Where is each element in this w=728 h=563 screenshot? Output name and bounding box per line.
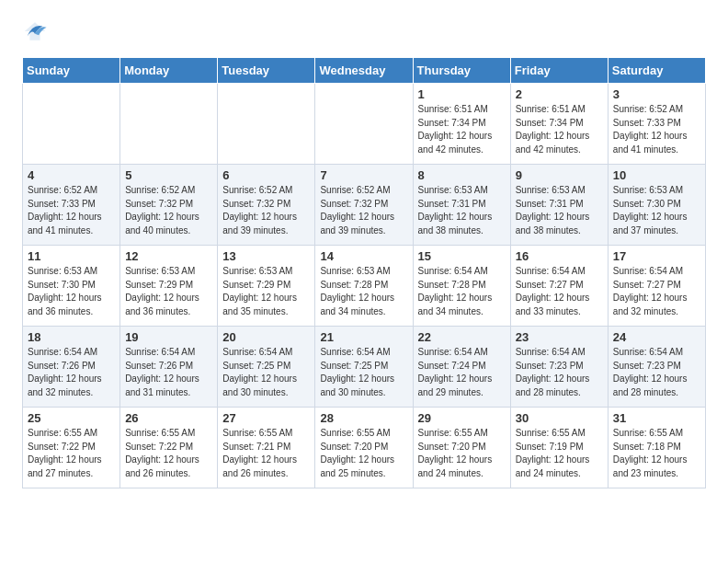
calendar-cell: 25Sunrise: 6:55 AM Sunset: 7:22 PM Dayli… bbox=[23, 408, 120, 488]
calendar-cell: 19Sunrise: 6:54 AM Sunset: 7:26 PM Dayli… bbox=[120, 327, 218, 408]
calendar-cell: 8Sunrise: 6:53 AM Sunset: 7:31 PM Daylig… bbox=[413, 165, 510, 246]
cell-info: Sunrise: 6:54 AM Sunset: 7:23 PM Dayligh… bbox=[516, 346, 603, 399]
calendar-cell: 26Sunrise: 6:55 AM Sunset: 7:22 PM Dayli… bbox=[120, 408, 218, 488]
cell-info: Sunrise: 6:55 AM Sunset: 7:22 PM Dayligh… bbox=[125, 427, 212, 480]
day-number: 17 bbox=[613, 249, 700, 263]
day-number: 11 bbox=[28, 249, 115, 263]
calendar-week-row: 4Sunrise: 6:52 AM Sunset: 7:33 PM Daylig… bbox=[23, 165, 706, 246]
calendar-cell: 3Sunrise: 6:52 AM Sunset: 7:33 PM Daylig… bbox=[608, 84, 705, 165]
calendar-header-row: SundayMondayTuesdayWednesdayThursdayFrid… bbox=[23, 58, 706, 84]
logo-icon bbox=[22, 18, 48, 44]
day-number: 13 bbox=[222, 249, 310, 263]
cell-info: Sunrise: 6:54 AM Sunset: 7:26 PM Dayligh… bbox=[125, 346, 212, 399]
cell-info: Sunrise: 6:53 AM Sunset: 7:29 PM Dayligh… bbox=[125, 265, 212, 318]
calendar-cell bbox=[218, 84, 315, 165]
calendar-cell: 31Sunrise: 6:55 AM Sunset: 7:18 PM Dayli… bbox=[608, 408, 705, 488]
cell-info: Sunrise: 6:55 AM Sunset: 7:18 PM Dayligh… bbox=[613, 427, 700, 480]
cell-info: Sunrise: 6:55 AM Sunset: 7:19 PM Dayligh… bbox=[516, 427, 603, 480]
calendar-cell: 29Sunrise: 6:55 AM Sunset: 7:20 PM Dayli… bbox=[413, 408, 510, 488]
calendar-cell: 18Sunrise: 6:54 AM Sunset: 7:26 PM Dayli… bbox=[23, 327, 120, 408]
day-number: 4 bbox=[28, 168, 115, 182]
calendar-week-row: 18Sunrise: 6:54 AM Sunset: 7:26 PM Dayli… bbox=[23, 327, 706, 408]
calendar-cell: 15Sunrise: 6:54 AM Sunset: 7:28 PM Dayli… bbox=[413, 246, 510, 327]
col-header-monday: Monday bbox=[120, 58, 218, 84]
cell-info: Sunrise: 6:52 AM Sunset: 7:33 PM Dayligh… bbox=[28, 184, 115, 237]
cell-info: Sunrise: 6:52 AM Sunset: 7:32 PM Dayligh… bbox=[222, 184, 310, 237]
cell-info: Sunrise: 6:54 AM Sunset: 7:28 PM Dayligh… bbox=[418, 265, 506, 318]
calendar-cell: 12Sunrise: 6:53 AM Sunset: 7:29 PM Dayli… bbox=[120, 246, 218, 327]
col-header-tuesday: Tuesday bbox=[218, 58, 315, 84]
cell-info: Sunrise: 6:53 AM Sunset: 7:29 PM Dayligh… bbox=[222, 265, 310, 318]
calendar-cell: 27Sunrise: 6:55 AM Sunset: 7:21 PM Dayli… bbox=[218, 408, 315, 488]
cell-info: Sunrise: 6:55 AM Sunset: 7:22 PM Dayligh… bbox=[28, 427, 115, 480]
day-number: 30 bbox=[516, 411, 603, 425]
cell-info: Sunrise: 6:53 AM Sunset: 7:31 PM Dayligh… bbox=[418, 184, 506, 237]
calendar-cell: 5Sunrise: 6:52 AM Sunset: 7:32 PM Daylig… bbox=[120, 165, 218, 246]
day-number: 27 bbox=[222, 411, 310, 425]
calendar-cell bbox=[120, 84, 218, 165]
day-number: 2 bbox=[516, 87, 603, 101]
day-number: 5 bbox=[125, 168, 212, 182]
col-header-sunday: Sunday bbox=[23, 58, 120, 84]
calendar-cell: 9Sunrise: 6:53 AM Sunset: 7:31 PM Daylig… bbox=[510, 165, 608, 246]
calendar-week-row: 11Sunrise: 6:53 AM Sunset: 7:30 PM Dayli… bbox=[23, 246, 706, 327]
day-number: 10 bbox=[613, 168, 700, 182]
day-number: 28 bbox=[320, 411, 407, 425]
calendar-cell: 7Sunrise: 6:52 AM Sunset: 7:32 PM Daylig… bbox=[315, 165, 413, 246]
calendar-cell: 28Sunrise: 6:55 AM Sunset: 7:20 PM Dayli… bbox=[315, 408, 413, 488]
calendar-cell: 4Sunrise: 6:52 AM Sunset: 7:33 PM Daylig… bbox=[23, 165, 120, 246]
cell-info: Sunrise: 6:54 AM Sunset: 7:23 PM Dayligh… bbox=[613, 346, 700, 399]
day-number: 12 bbox=[125, 249, 212, 263]
cell-info: Sunrise: 6:52 AM Sunset: 7:32 PM Dayligh… bbox=[125, 184, 212, 237]
calendar-cell: 2Sunrise: 6:51 AM Sunset: 7:34 PM Daylig… bbox=[510, 84, 608, 165]
cell-info: Sunrise: 6:52 AM Sunset: 7:33 PM Dayligh… bbox=[613, 103, 700, 156]
cell-info: Sunrise: 6:54 AM Sunset: 7:24 PM Dayligh… bbox=[418, 346, 506, 399]
day-number: 26 bbox=[125, 411, 212, 425]
calendar-cell: 6Sunrise: 6:52 AM Sunset: 7:32 PM Daylig… bbox=[218, 165, 315, 246]
calendar-cell: 11Sunrise: 6:53 AM Sunset: 7:30 PM Dayli… bbox=[23, 246, 120, 327]
day-number: 29 bbox=[418, 411, 506, 425]
calendar-cell: 22Sunrise: 6:54 AM Sunset: 7:24 PM Dayli… bbox=[413, 327, 510, 408]
cell-info: Sunrise: 6:51 AM Sunset: 7:34 PM Dayligh… bbox=[516, 103, 603, 156]
day-number: 23 bbox=[516, 330, 603, 344]
day-number: 19 bbox=[125, 330, 212, 344]
calendar-cell: 24Sunrise: 6:54 AM Sunset: 7:23 PM Dayli… bbox=[608, 327, 705, 408]
cell-info: Sunrise: 6:55 AM Sunset: 7:21 PM Dayligh… bbox=[222, 427, 310, 480]
cell-info: Sunrise: 6:54 AM Sunset: 7:25 PM Dayligh… bbox=[320, 346, 407, 399]
col-header-thursday: Thursday bbox=[413, 58, 510, 84]
calendar-cell: 1Sunrise: 6:51 AM Sunset: 7:34 PM Daylig… bbox=[413, 84, 510, 165]
cell-info: Sunrise: 6:55 AM Sunset: 7:20 PM Dayligh… bbox=[320, 427, 407, 480]
day-number: 31 bbox=[613, 411, 700, 425]
page-header bbox=[22, 18, 706, 44]
cell-info: Sunrise: 6:54 AM Sunset: 7:25 PM Dayligh… bbox=[222, 346, 310, 399]
day-number: 18 bbox=[28, 330, 115, 344]
day-number: 1 bbox=[418, 87, 506, 101]
logo bbox=[22, 18, 51, 44]
day-number: 7 bbox=[320, 168, 407, 182]
calendar-cell: 20Sunrise: 6:54 AM Sunset: 7:25 PM Dayli… bbox=[218, 327, 315, 408]
day-number: 9 bbox=[516, 168, 603, 182]
calendar-cell: 13Sunrise: 6:53 AM Sunset: 7:29 PM Dayli… bbox=[218, 246, 315, 327]
cell-info: Sunrise: 6:55 AM Sunset: 7:20 PM Dayligh… bbox=[418, 427, 506, 480]
day-number: 16 bbox=[516, 249, 603, 263]
day-number: 8 bbox=[418, 168, 506, 182]
day-number: 22 bbox=[418, 330, 506, 344]
day-number: 3 bbox=[613, 87, 700, 101]
calendar-cell: 14Sunrise: 6:53 AM Sunset: 7:28 PM Dayli… bbox=[315, 246, 413, 327]
cell-info: Sunrise: 6:51 AM Sunset: 7:34 PM Dayligh… bbox=[418, 103, 506, 156]
cell-info: Sunrise: 6:52 AM Sunset: 7:32 PM Dayligh… bbox=[320, 184, 407, 237]
calendar-cell bbox=[23, 84, 120, 165]
cell-info: Sunrise: 6:53 AM Sunset: 7:30 PM Dayligh… bbox=[28, 265, 115, 318]
calendar-cell: 17Sunrise: 6:54 AM Sunset: 7:27 PM Dayli… bbox=[608, 246, 705, 327]
calendar-week-row: 1Sunrise: 6:51 AM Sunset: 7:34 PM Daylig… bbox=[23, 84, 706, 165]
cell-info: Sunrise: 6:54 AM Sunset: 7:26 PM Dayligh… bbox=[28, 346, 115, 399]
day-number: 14 bbox=[320, 249, 407, 263]
day-number: 20 bbox=[222, 330, 310, 344]
calendar-week-row: 25Sunrise: 6:55 AM Sunset: 7:22 PM Dayli… bbox=[23, 408, 706, 488]
day-number: 25 bbox=[28, 411, 115, 425]
calendar-cell: 30Sunrise: 6:55 AM Sunset: 7:19 PM Dayli… bbox=[510, 408, 608, 488]
day-number: 24 bbox=[613, 330, 700, 344]
calendar-cell: 21Sunrise: 6:54 AM Sunset: 7:25 PM Dayli… bbox=[315, 327, 413, 408]
calendar-cell: 16Sunrise: 6:54 AM Sunset: 7:27 PM Dayli… bbox=[510, 246, 608, 327]
cell-info: Sunrise: 6:53 AM Sunset: 7:31 PM Dayligh… bbox=[516, 184, 603, 237]
